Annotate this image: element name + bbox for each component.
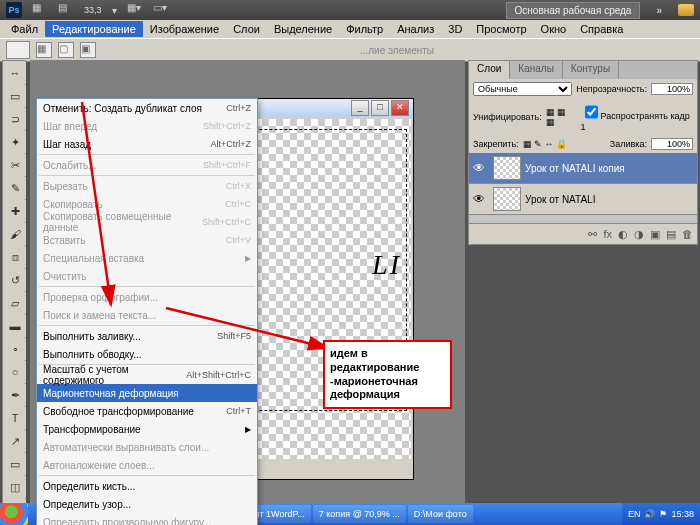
brush-tool-icon[interactable]: 🖌	[4, 223, 26, 245]
blur-tool-icon[interactable]: ∘	[4, 338, 26, 360]
heal-tool-icon[interactable]: ✚	[4, 200, 26, 222]
maximize-button[interactable]: □	[371, 100, 389, 116]
history-brush-icon[interactable]: ↺	[4, 269, 26, 291]
zoom-dropdown-icon[interactable]: ▾	[112, 5, 117, 16]
menu-view[interactable]: Просмотр	[469, 21, 533, 37]
folder-icon[interactable]: ▣	[650, 228, 660, 241]
propagate-checkbox[interactable]	[585, 105, 598, 119]
menu-3d[interactable]: 3D	[441, 21, 469, 37]
path-tool-icon[interactable]: ↗	[4, 430, 26, 452]
shape-tool-icon[interactable]: ▭	[4, 453, 26, 475]
menubar[interactable]: Файл Редактирование Изображение Слои Выд…	[0, 20, 700, 38]
menu-layers[interactable]: Слои	[226, 21, 267, 37]
edit-menu-dropdown[interactable]: Отменить: Создать дубликат слояCtrl+ZШаг…	[36, 98, 258, 525]
marquee-tool-icon[interactable]: ▭	[4, 85, 26, 107]
csLive-icon[interactable]	[678, 4, 694, 16]
layer-row[interactable]: 👁Урок от NATALI копия	[469, 153, 697, 184]
fx-icon[interactable]: fx	[603, 228, 612, 240]
close-button[interactable]: ✕	[391, 100, 409, 116]
eyedropper-tool-icon[interactable]: ✎	[4, 177, 26, 199]
tab-channels[interactable]: Каналы	[510, 61, 563, 79]
lang-indicator[interactable]: EN	[628, 509, 641, 519]
menu-analysis[interactable]: Анализ	[390, 21, 441, 37]
taskbar-item[interactable]: D:\Мои фото	[408, 505, 473, 523]
menu-window[interactable]: Окно	[534, 21, 574, 37]
menu-item: Поиск и замена текста...	[37, 306, 257, 324]
opt-icon[interactable]: ▦	[36, 42, 52, 58]
menu-item: Определить произвольную фигуру...	[37, 513, 257, 525]
menu-item[interactable]: Марионеточная деформация	[37, 384, 257, 402]
layer-thumb	[493, 187, 521, 211]
options-bar: ▦ ▢ ▣ ...лие элементы	[0, 38, 700, 62]
taskbar-item[interactable]: 7 копия @ 70,9% ...	[313, 505, 406, 523]
arrange-icon[interactable]: ▦▾	[127, 2, 143, 18]
gradient-tool-icon[interactable]: ▬	[4, 315, 26, 337]
tray-icon[interactable]: ⚑	[659, 509, 667, 519]
visibility-icon[interactable]: 👁	[469, 192, 489, 206]
unify-label: Унифицировать:	[473, 112, 542, 122]
menu-item: Проверка орфографии...	[37, 288, 257, 306]
menu-select[interactable]: Выделение	[267, 21, 339, 37]
menu-item[interactable]: Свободное трансформированиеCtrl+T	[37, 402, 257, 420]
opt-icon[interactable]: ▣	[80, 42, 96, 58]
workspace-switcher[interactable]: Основная рабочая среда	[506, 2, 641, 19]
screenmode-icon[interactable]: ▭▾	[153, 2, 169, 18]
fill-value[interactable]: 100%	[651, 138, 693, 150]
eraser-tool-icon[interactable]: ▱	[4, 292, 26, 314]
stamp-tool-icon[interactable]: ⧈	[4, 246, 26, 268]
visibility-icon[interactable]: 👁	[469, 161, 489, 175]
bridge-icon[interactable]: ▦	[32, 2, 48, 18]
new-layer-icon[interactable]: ▤	[666, 228, 676, 241]
menu-edit[interactable]: Редактирование	[45, 21, 143, 37]
canvas-text-1: LI	[372, 249, 401, 281]
menu-item: Автоматически выравнивать слои...	[37, 438, 257, 456]
minimize-button[interactable]: _	[351, 100, 369, 116]
wand-tool-icon[interactable]: ✦	[4, 131, 26, 153]
tool-preset-icon[interactable]	[6, 41, 30, 59]
tab-layers[interactable]: Слои	[469, 61, 510, 79]
dodge-tool-icon[interactable]: ○	[4, 361, 26, 383]
menu-file[interactable]: Файл	[4, 21, 45, 37]
crop-tool-icon[interactable]: ✂	[4, 154, 26, 176]
lock-icons[interactable]: ▦ ✎ ↔ 🔒	[523, 139, 568, 149]
layer-row[interactable]: 👁Урок от NATALI	[469, 184, 697, 215]
menu-item[interactable]: Выполнить обводку...	[37, 345, 257, 363]
menu-item: ВырезатьCtrl+X	[37, 177, 257, 195]
tray-icon[interactable]: 🔊	[644, 509, 655, 519]
system-tray[interactable]: EN 🔊 ⚑ 15:38	[622, 503, 700, 525]
menu-item[interactable]: Трансформирование▶	[37, 420, 257, 438]
unify-icon[interactable]: ▦ ▦ ▦	[546, 107, 577, 127]
move-tool-icon[interactable]: ↔	[4, 62, 26, 84]
opacity-value[interactable]: 100%	[651, 83, 693, 95]
menu-item[interactable]: Определить узор...	[37, 495, 257, 513]
blend-mode-select[interactable]: Обычные	[473, 82, 572, 96]
fill-label: Заливка:	[610, 139, 647, 149]
layer-thumb	[493, 156, 521, 180]
opt-icon[interactable]: ▢	[58, 42, 74, 58]
zoom-level[interactable]: 33,3	[84, 5, 102, 15]
pen-tool-icon[interactable]: ✒	[4, 384, 26, 406]
chevron-right-icon[interactable]: »	[656, 5, 662, 16]
menu-item[interactable]: Отменить: Создать дубликат слояCtrl+Z	[37, 99, 257, 117]
lasso-tool-icon[interactable]: ⊃	[4, 108, 26, 130]
3d-tool-icon[interactable]: ◫	[4, 476, 26, 498]
app-titlebar: Ps ▦ ▤ 33,3 ▾ ▦▾ ▭▾ Основная рабочая сре…	[0, 0, 700, 20]
menu-filter[interactable]: Фильтр	[339, 21, 390, 37]
menu-item[interactable]: Шаг назадAlt+Ctrl+Z	[37, 135, 257, 153]
menu-help[interactable]: Справка	[573, 21, 630, 37]
mask-icon[interactable]: ◐	[618, 228, 628, 241]
link-icon[interactable]: ⚯	[588, 228, 597, 241]
tab-paths[interactable]: Контуры	[563, 61, 619, 79]
start-button[interactable]	[0, 503, 28, 525]
text-tool-icon[interactable]: T	[4, 407, 26, 429]
menu-item[interactable]: Определить кисть...	[37, 477, 257, 495]
layers-list: 👁Урок от NATALI копия👁Урок от NATALI	[469, 153, 697, 223]
lock-label: Закрепить:	[473, 139, 519, 149]
menu-item[interactable]: Выполнить заливку...Shift+F5	[37, 327, 257, 345]
menu-image[interactable]: Изображение	[143, 21, 226, 37]
menu-item[interactable]: Масштаб с учетом содержимогоAlt+Shift+Ct…	[37, 366, 257, 384]
minibridge-icon[interactable]: ▤	[58, 2, 74, 18]
adjust-icon[interactable]: ◑	[634, 228, 644, 241]
trash-icon[interactable]: 🗑	[682, 228, 693, 240]
clock[interactable]: 15:38	[671, 509, 694, 519]
